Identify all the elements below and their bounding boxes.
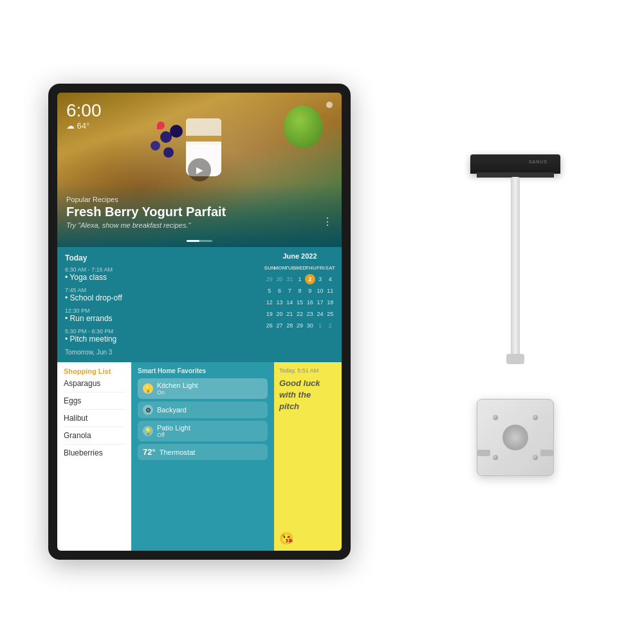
calendar-section: Today 6:30 AM - 7:15 AM Yoga class 7:45 … — [57, 247, 342, 362]
thermostat-temp: 72° — [143, 447, 156, 457]
agenda-item-pitch[interactable]: 5:30 PM - 6:30 PM Pitch meeting — [65, 328, 250, 344]
berry-decoration — [157, 122, 165, 129]
cal-day-sat: SAT — [326, 262, 335, 273]
device-info: Backyard — [157, 406, 187, 414]
berry-decoration — [170, 125, 183, 138]
progress-bar — [187, 240, 212, 242]
menu-dots-icon[interactable]: ⋮ — [322, 216, 333, 228]
berry-decoration — [163, 147, 174, 158]
mount-hook-left — [477, 450, 490, 456]
cal-day-tue: TUE — [285, 262, 295, 273]
agenda-time: 7:45 AM — [65, 287, 250, 293]
device-name: Patio Light — [157, 424, 190, 432]
backyard-icon: ⚙ — [143, 405, 153, 415]
shopping-item-halibut[interactable]: Halibut — [64, 414, 125, 427]
shopping-title: Shopping List — [64, 367, 125, 375]
shopping-panel: Shopping List Asparagus Eggs Halibut Gra… — [57, 362, 131, 551]
recipe-subtitle: Try "Alexa, show me breakfast recipes." — [66, 221, 333, 229]
cal-day-fri: FRI — [316, 262, 326, 273]
hero-text: Popular Recipes Fresh Berry Yogurt Parfa… — [66, 196, 333, 229]
play-button[interactable]: ▶ — [188, 158, 211, 181]
cal-day-mon: MON — [275, 262, 285, 273]
cal-week-5: 26 27 28 29 30 1 2 — [264, 320, 335, 331]
agenda-time: 6:30 AM - 7:15 AM — [65, 266, 250, 273]
shopping-item-blueberries[interactable]: Blueberries — [64, 448, 125, 461]
weather-display: ☁ 64° — [66, 121, 102, 131]
clock-display: 6:00 — [66, 102, 102, 120]
device-info: Kitchen Light On — [157, 382, 198, 396]
note-emoji: 😘 — [279, 531, 336, 546]
cal-week-2: 5 6 7 8 9 10 11 — [264, 286, 335, 296]
patio-light-icon: 💡 — [143, 426, 153, 436]
screw-icon — [493, 415, 498, 420]
calendar-panel[interactable]: June 2022 SUN MON TUE WED THU FRI SAT 29… — [258, 247, 342, 362]
device-frame: 6:00 ☁ 64° ▶ Popular Recipes Fresh Berry… — [48, 84, 351, 560]
calendar-header-row: SUN MON TUE WED THU FRI SAT — [264, 262, 335, 273]
mount-arm — [511, 177, 520, 357]
shopping-item-eggs[interactable]: Eggs — [64, 396, 125, 410]
note-timestamp: Today, 5:51 AM — [279, 367, 336, 374]
hero-section[interactable]: 6:00 ☁ 64° ▶ Popular Recipes Fresh Berry… — [57, 93, 342, 247]
brand-label: SANUS — [529, 160, 547, 164]
agenda-item-errands[interactable]: 12:30 PM Run errands — [65, 308, 250, 323]
device-status: On — [157, 389, 198, 396]
recipe-title: Fresh Berry Yogurt Parfait — [66, 205, 333, 219]
status-dot — [326, 102, 333, 108]
device-backyard[interactable]: ⚙ Backyard — [138, 401, 268, 418]
mount-assembly: SANUS — [451, 154, 580, 476]
thermostat-label: Thermostat — [160, 448, 196, 456]
device-name: Kitchen Light — [157, 382, 198, 389]
agenda-event: School drop-off — [65, 293, 250, 302]
device-info: Patio Light Off — [157, 424, 190, 438]
top-bracket: SANUS — [470, 154, 560, 174]
device-status: Off — [157, 432, 190, 438]
device-patio-light[interactable]: 💡 Patio Light Off — [138, 421, 268, 441]
cal-week-3: 12 13 14 15 16 17 18 — [264, 297, 335, 308]
berry-decoration — [151, 141, 160, 151]
wall-box — [477, 399, 554, 476]
wall-plate — [490, 412, 541, 463]
agenda-time: 12:30 PM — [65, 308, 250, 314]
hero-time: 6:00 ☁ 64° — [66, 102, 102, 131]
note-panel: Today, 5:51 AM Good luckwith thepitch 😘 — [274, 362, 342, 551]
device-screen: 6:00 ☁ 64° ▶ Popular Recipes Fresh Berry… — [57, 93, 342, 551]
thermostat-device[interactable]: 72° Thermostat — [138, 444, 268, 460]
cal-day-wed: WED — [295, 262, 306, 273]
light-icon: 💡 — [143, 383, 153, 394]
screw-icon — [533, 415, 538, 420]
screw-icon — [533, 455, 538, 460]
calendar-grid: SUN MON TUE WED THU FRI SAT 29 30 31 1 2 — [264, 262, 335, 331]
bottom-panels: Shopping List Asparagus Eggs Halibut Gra… — [57, 362, 342, 551]
shopping-item-granola[interactable]: Granola — [64, 431, 125, 445]
agenda-title: Today — [65, 253, 250, 262]
cal-day-sun: SUN — [264, 262, 275, 273]
apple-decoration — [284, 106, 322, 147]
cal-day-thu: THU — [306, 262, 316, 273]
center-mechanism — [502, 425, 528, 450]
agenda-tomorrow: Tomorrow, Jun 3 — [65, 349, 250, 356]
cal-week-4: 19 20 21 22 23 24 25 — [264, 309, 335, 319]
agenda-item-yoga[interactable]: 6:30 AM - 7:15 AM Yoga class — [65, 266, 250, 282]
agenda-item-school[interactable]: 7:45 AM School drop-off — [65, 287, 250, 302]
recipe-category: Popular Recipes — [66, 196, 333, 203]
smarthome-title: Smart Home Favorites — [138, 367, 268, 374]
device-kitchen-light[interactable]: 💡 Kitchen Light On — [138, 378, 268, 399]
smarthome-panel: Smart Home Favorites 💡 Kitchen Light On … — [131, 362, 274, 551]
cal-week-1: 29 30 31 1 2 3 4 — [264, 274, 335, 284]
device-name: Backyard — [157, 406, 187, 414]
screw-icon — [493, 455, 498, 460]
arm-connector — [506, 354, 524, 364]
agenda-panel: Today 6:30 AM - 7:15 AM Yoga class 7:45 … — [57, 247, 258, 362]
calendar-month: June 2022 — [264, 252, 335, 260]
progress-fill — [187, 240, 199, 242]
agenda-event: Run errands — [65, 314, 250, 323]
mount-hook-right — [540, 450, 553, 456]
note-content: Good luckwith thepitch — [279, 378, 336, 529]
agenda-time: 5:30 PM - 6:30 PM — [65, 328, 250, 335]
shopping-item-asparagus[interactable]: Asparagus — [64, 379, 125, 392]
agenda-event: Yoga class — [65, 273, 250, 282]
agenda-event: Pitch meeting — [65, 335, 250, 344]
